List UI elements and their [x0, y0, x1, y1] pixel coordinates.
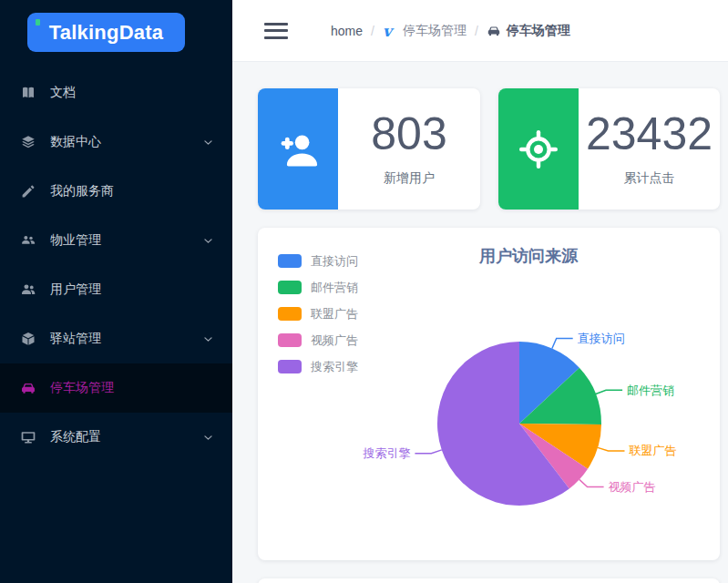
add-user-icon [258, 88, 338, 210]
breadcrumb-separator: / [475, 24, 478, 38]
pen-icon [20, 183, 36, 199]
layers-icon [20, 134, 36, 150]
sidebar-item-label: 物业管理 [50, 232, 202, 249]
chevron-down-icon [202, 333, 214, 345]
breadcrumb-item-1[interactable]: v停车场管理 [383, 23, 467, 39]
pie-label: 视频广告 [609, 480, 656, 494]
sidebar-item-label: 文档 [50, 85, 214, 101]
community-icon [20, 232, 36, 249]
chart-card: 用户访问来源 直接访问邮件营销联盟广告视频广告搜索引擎 直接访问邮件营销联盟广告… [258, 228, 720, 560]
pie-chart: 直接访问邮件营销联盟广告视频广告搜索引擎 [258, 228, 722, 560]
logo-container: TalkingData [0, 0, 232, 52]
sidebar-item-1[interactable]: 数据中心 [0, 118, 232, 167]
sidebar-item-7[interactable]: 系统配置 [0, 413, 232, 462]
sidebar-item-4[interactable]: 用户管理 [0, 265, 232, 314]
users-icon [20, 281, 36, 298]
sidebar-item-label: 数据中心 [50, 134, 202, 150]
breadcrumb-label: 停车场管理 [507, 23, 570, 39]
breadcrumb-separator: / [371, 24, 374, 38]
pie-label: 搜索引擎 [362, 446, 410, 460]
stat-body: 23432累计点击 [579, 88, 720, 210]
pie-label-line [415, 450, 441, 454]
stat-label: 新增用户 [384, 170, 435, 187]
topbar: home/v停车场管理/停车场管理 [232, 0, 728, 62]
breadcrumb-item-2: 停车场管理 [487, 23, 570, 39]
pie-label-line [552, 339, 573, 349]
car-icon [20, 380, 36, 396]
stat-value: 803 [371, 111, 446, 157]
talkingdata-logo[interactable]: TalkingData [27, 13, 185, 52]
breadcrumb-label: 停车场管理 [403, 23, 467, 39]
sidebar-item-label: 用户管理 [50, 281, 214, 298]
content-area: 803新增用户23432累计点击 用户访问来源 直接访问邮件营销联盟广告视频广告… [232, 62, 728, 583]
sidebar-item-2[interactable]: 我的服务商 [0, 167, 232, 216]
target-icon [498, 88, 579, 210]
main-area: home/v停车场管理/停车场管理 803新增用户23432累计点击 用户访问来… [232, 0, 728, 583]
sidebar-item-0[interactable]: 文档 [0, 68, 232, 118]
sidebar-item-3[interactable]: 物业管理 [0, 216, 232, 265]
pie-label-line [598, 447, 625, 451]
monitor-icon [20, 429, 36, 445]
pie-label: 联盟广告 [629, 444, 677, 457]
sidebar: TalkingData 文档数据中心我的服务商物业管理用户管理驿站管理停车场管理… [0, 0, 232, 583]
next-card-partial [258, 578, 720, 583]
cube-icon [20, 331, 36, 347]
chevron-down-icon [202, 235, 214, 247]
sidebar-item-6[interactable]: 停车场管理 [0, 363, 232, 413]
app-window: TalkingData 文档数据中心我的服务商物业管理用户管理驿站管理停车场管理… [0, 0, 728, 583]
sidebar-item-5[interactable]: 驿站管理 [0, 314, 232, 363]
chevron-down-icon [202, 432, 214, 444]
chevron-down-icon [202, 137, 214, 148]
stat-body: 803新增用户 [338, 88, 480, 210]
breadcrumb: home/v停车场管理/停车场管理 [331, 23, 570, 39]
pie-label-line [596, 390, 622, 394]
v-logo-icon: v [383, 24, 397, 38]
pie-label: 邮件营销 [627, 384, 674, 397]
stat-label: 累计点击 [624, 170, 675, 187]
sidebar-menu: 文档数据中心我的服务商物业管理用户管理驿站管理停车场管理系统配置 [0, 68, 232, 462]
logo-text: TalkingData [49, 21, 163, 45]
breadcrumb-label: home [331, 24, 363, 38]
sidebar-item-label: 停车场管理 [50, 380, 214, 396]
stat-value: 23432 [586, 111, 713, 157]
logo-tick-icon [36, 19, 40, 26]
hamburger-menu-button[interactable] [264, 23, 288, 39]
breadcrumb-item-0[interactable]: home [331, 24, 363, 38]
sidebar-item-label: 我的服务商 [50, 183, 214, 199]
stat-card-0: 803新增用户 [258, 88, 480, 210]
book-icon [20, 85, 36, 101]
pie-label: 直接访问 [578, 332, 625, 345]
stats-row: 803新增用户23432累计点击 [258, 88, 720, 210]
sidebar-item-label: 系统配置 [50, 429, 202, 445]
sidebar-item-label: 驿站管理 [50, 331, 202, 347]
car-icon [487, 24, 501, 38]
pie-label-line [579, 479, 604, 486]
stat-card-1: 23432累计点击 [498, 88, 720, 210]
